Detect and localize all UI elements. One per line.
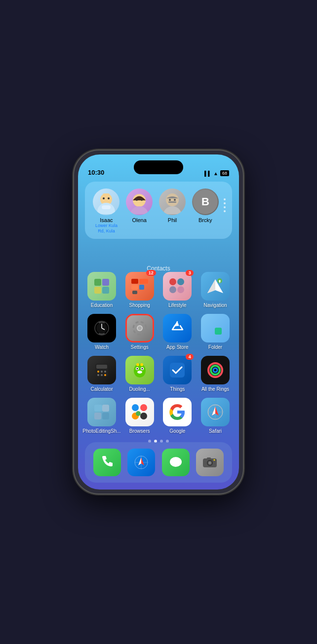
dock <box>85 442 232 483</box>
svg-point-9 <box>141 199 143 201</box>
dock-camera[interactable] <box>196 449 224 476</box>
app-navigation[interactable]: Navigation <box>198 272 232 308</box>
svg-point-68 <box>140 404 147 411</box>
app-label-browsers: Browsers <box>129 428 150 434</box>
dock-phone[interactable] <box>93 449 121 476</box>
status-icons: ▌▌ ▲ 68 <box>204 170 229 176</box>
avatar-brcky: B <box>192 189 219 215</box>
contacts-row: Isaac Lower KulaRd, Kula Olena <box>90 189 227 234</box>
contact-phil[interactable]: Phil <box>158 189 187 223</box>
app-icon-duolingo <box>125 356 154 384</box>
app-settings[interactable]: Settings <box>123 314 157 350</box>
svg-rect-64 <box>102 405 109 412</box>
app-safari[interactable]: Safari <box>198 398 232 434</box>
svg-point-29 <box>177 286 184 293</box>
badge-shopping: 12 <box>146 270 156 276</box>
svg-point-47 <box>104 371 106 373</box>
status-time: 10:30 <box>88 169 104 176</box>
svg-rect-44 <box>96 365 107 369</box>
app-shopping[interactable]: 12 Shopping <box>123 272 157 308</box>
svg-text:B: B <box>201 195 209 208</box>
app-icon-education <box>87 272 116 301</box>
badge-things: 4 <box>186 354 194 360</box>
app-duolingo[interactable]: Duoling... <box>123 356 157 392</box>
svg-point-88 <box>209 462 211 464</box>
app-google[interactable]: Google <box>160 398 194 434</box>
signal-icon: ▌▌ <box>204 171 211 176</box>
app-lifestyle[interactable]: 3 Lifestyle <box>160 272 194 308</box>
dock-messages[interactable] <box>162 449 190 476</box>
contact-name-isaac: Isaac <box>100 217 113 223</box>
svg-point-57 <box>136 363 139 366</box>
app-row-4: PhotoEditingSh... Browsers <box>85 398 232 434</box>
app-label-watch: Watch <box>95 344 109 350</box>
app-icon-photoediting <box>87 398 116 426</box>
app-things[interactable]: 4 Things <box>160 356 194 392</box>
avatar-phil <box>159 189 186 215</box>
battery-icon: 68 <box>220 170 229 176</box>
svg-point-71 <box>136 411 141 416</box>
app-label-lifestyle: Lifestyle <box>168 303 187 308</box>
app-folder[interactable]: Folder <box>198 314 232 350</box>
svg-point-26 <box>169 278 176 285</box>
app-label-duolingo: Duoling... <box>129 386 150 392</box>
app-watch[interactable]: Watch <box>85 314 119 350</box>
svg-point-48 <box>97 374 99 376</box>
avatar-isaac <box>93 189 119 215</box>
contact-isaac[interactable]: Isaac Lower KulaRd, Kula <box>91 189 121 234</box>
svg-point-83 <box>170 457 182 467</box>
svg-marker-82 <box>138 457 141 465</box>
svg-rect-23 <box>131 285 138 290</box>
svg-point-3 <box>103 197 105 199</box>
app-row-1: Education 12 Shopping <box>85 272 232 308</box>
app-appstore[interactable]: App Store <box>160 314 194 350</box>
svg-rect-21 <box>131 279 138 284</box>
svg-point-10 <box>166 193 179 206</box>
svg-rect-25 <box>132 291 137 294</box>
app-browsers[interactable]: Browsers <box>123 398 157 434</box>
app-label-navigation: Navigation <box>203 303 227 308</box>
phone-screen: 10:30 ▌▌ ▲ 68 <box>78 154 239 490</box>
svg-point-61 <box>211 366 220 375</box>
wifi-icon: ▲ <box>213 171 218 176</box>
svg-rect-65 <box>94 413 101 419</box>
contact-brcky[interactable]: B Brcky <box>191 189 220 223</box>
app-icon-browsers <box>125 398 154 426</box>
app-label-photoediting: PhotoEditingSh... <box>82 428 120 434</box>
svg-point-62 <box>213 368 217 372</box>
svg-rect-19 <box>94 287 101 294</box>
app-icon-appstore <box>163 314 192 342</box>
contact-olena[interactable]: Olena <box>124 189 154 223</box>
svg-point-11 <box>163 206 181 214</box>
svg-point-8 <box>136 199 138 201</box>
contact-name-olena: Olena <box>132 217 147 223</box>
app-icon-shopping: 12 <box>125 272 154 301</box>
svg-point-67 <box>132 404 139 411</box>
svg-point-7 <box>130 206 148 214</box>
app-photoediting[interactable]: PhotoEditingSh... <box>85 398 119 434</box>
app-calculator[interactable]: Calculator <box>85 356 119 392</box>
svg-rect-14 <box>168 201 176 203</box>
svg-point-27 <box>177 278 184 285</box>
svg-point-58 <box>140 363 143 366</box>
app-label-folder: Folder <box>208 344 222 350</box>
avatar-olena <box>126 189 153 215</box>
svg-rect-18 <box>102 279 109 286</box>
dock-safari[interactable] <box>127 449 155 476</box>
app-icon-lifestyle: 3 <box>163 272 192 301</box>
app-label-shopping: Shopping <box>129 303 150 308</box>
svg-point-13 <box>174 199 176 201</box>
app-label-google: Google <box>169 428 185 434</box>
app-icon-watch <box>87 314 116 342</box>
app-label-settings: Settings <box>131 344 149 350</box>
app-icon-google <box>163 398 192 426</box>
badge-lifestyle: 3 <box>186 270 194 276</box>
app-education[interactable]: Education <box>85 272 119 308</box>
contact-name-phil: Phil <box>168 217 177 223</box>
svg-point-28 <box>169 286 176 293</box>
svg-point-12 <box>169 199 171 201</box>
app-icon-navigation <box>201 272 230 301</box>
app-rings[interactable]: All the Rings <box>198 356 232 392</box>
svg-point-45 <box>97 371 99 373</box>
app-label-appstore: App Store <box>166 344 188 350</box>
